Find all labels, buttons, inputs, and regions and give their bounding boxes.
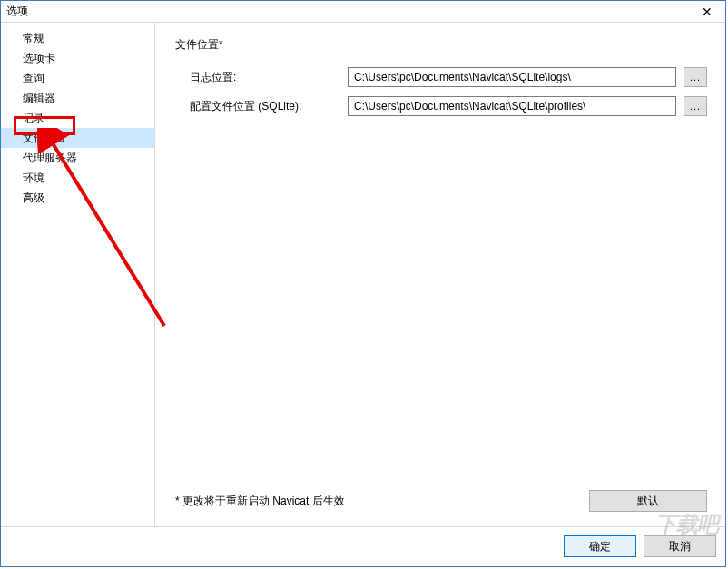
- sidebar-item-general[interactable]: 常规: [1, 28, 154, 48]
- label-profiles: 配置文件位置 (SQLite):: [175, 99, 348, 114]
- browse-logs-button[interactable]: ...: [684, 67, 707, 87]
- sidebar-item-tabs[interactable]: 选项卡: [1, 48, 154, 68]
- sidebar-item-records[interactable]: 记录: [1, 108, 154, 128]
- sidebar-item-editor[interactable]: 编辑器: [1, 88, 154, 108]
- section-title: 文件位置*: [175, 37, 707, 53]
- sidebar-item-proxy[interactable]: 代理服务器: [1, 148, 154, 168]
- restart-note: * 更改将于重新启动 Navicat 后生效: [175, 494, 345, 509]
- sidebar-item-environment[interactable]: 环境: [1, 168, 154, 188]
- ok-button[interactable]: 确定: [564, 535, 636, 557]
- browse-profiles-button[interactable]: ...: [684, 96, 707, 116]
- sidebar-item-query[interactable]: 查询: [1, 68, 154, 88]
- ellipsis-icon: ...: [690, 101, 701, 112]
- footer-row: * 更改将于重新启动 Navicat 后生效 默认: [175, 490, 707, 517]
- sidebar-item-file-location[interactable]: 文件位置: [1, 128, 154, 148]
- bottom-bar: 确定 取消: [1, 526, 725, 565]
- form-row-profiles: 配置文件位置 (SQLite): ...: [175, 96, 707, 116]
- input-logs-path[interactable]: [348, 67, 676, 87]
- sidebar: 常规 选项卡 查询 编辑器 记录 文件位置 代理服务器 环境 高级: [1, 23, 155, 526]
- form-row-logs: 日志位置: ...: [175, 67, 707, 87]
- cancel-button[interactable]: 取消: [644, 535, 716, 557]
- close-button[interactable]: ✕: [689, 1, 725, 23]
- restore-defaults-button[interactable]: 默认: [589, 490, 707, 512]
- label-logs: 日志位置:: [175, 70, 348, 85]
- options-dialog: 选项 ✕ 常规 选项卡 查询 编辑器 记录 文件位置 代理服务器 环境 高级 文…: [0, 0, 726, 567]
- titlebar: 选项 ✕: [1, 1, 725, 23]
- close-icon: ✕: [702, 5, 713, 19]
- dialog-body: 常规 选项卡 查询 编辑器 记录 文件位置 代理服务器 环境 高级 文件位置* …: [1, 23, 725, 526]
- ellipsis-icon: ...: [690, 72, 701, 83]
- window-title: 选项: [6, 4, 28, 19]
- sidebar-item-advanced[interactable]: 高级: [1, 188, 154, 208]
- content-panel: 文件位置* 日志位置: ... 配置文件位置 (SQLite): ... * 更…: [155, 23, 725, 526]
- input-profiles-path[interactable]: [348, 96, 676, 116]
